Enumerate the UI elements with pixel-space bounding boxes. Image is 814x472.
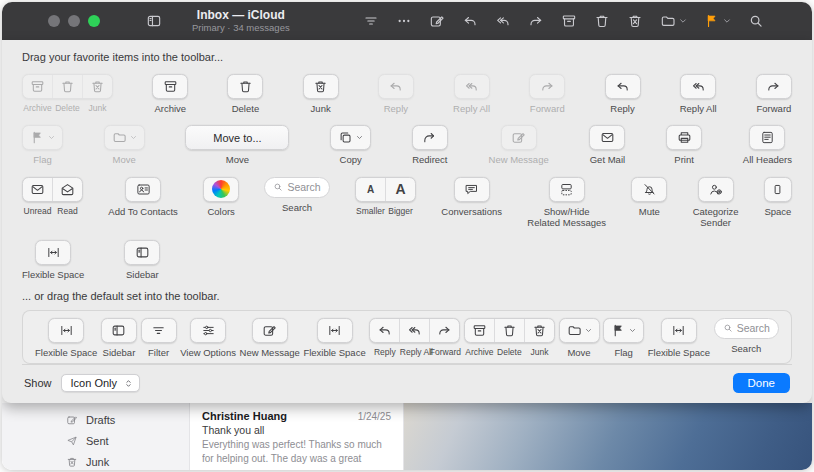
palette-item-conversations[interactable]: Conversations xyxy=(441,177,502,217)
related-messages-button[interactable] xyxy=(549,177,585,202)
add-to-contacts-button[interactable] xyxy=(125,177,161,202)
default-toolbar-set[interactable]: Flexible Space Sidebar Filter View Optio… xyxy=(22,310,792,364)
default-group-archive-delete-junk[interactable]: ArchiveDeleteJunk xyxy=(464,318,555,357)
palette-item-print[interactable]: Print xyxy=(666,125,702,165)
done-button[interactable]: Done xyxy=(733,373,791,393)
close-button[interactable] xyxy=(48,15,60,27)
flexible-space-button[interactable] xyxy=(35,240,71,265)
sidebar-item-sent[interactable]: Sent xyxy=(66,430,189,451)
sidebar-item-junk[interactable]: Junk xyxy=(66,451,189,470)
palette-item-all-headers[interactable]: All Headers xyxy=(743,125,792,165)
palette-item-delete[interactable]: Delete xyxy=(227,74,263,114)
message-row[interactable]: Christine Huang1/24/25 Thank you all Eve… xyxy=(190,408,403,469)
more-button[interactable] xyxy=(396,13,412,29)
view-options-button[interactable] xyxy=(190,318,226,343)
default-item-filter[interactable]: Filter xyxy=(141,318,177,358)
palette-item-junk[interactable]: Junk xyxy=(303,74,339,114)
reply-all-button[interactable] xyxy=(680,74,716,99)
get-mail-button[interactable] xyxy=(589,125,625,150)
default-item-flexible-space[interactable]: Flexible Space xyxy=(303,318,365,358)
palette-group-unread-read[interactable]: UnreadRead xyxy=(22,177,83,216)
move-button[interactable] xyxy=(559,318,600,343)
sidebar-button[interactable] xyxy=(124,240,160,265)
filter-button[interactable] xyxy=(363,13,379,29)
palette-item-get-mail[interactable]: Get Mail xyxy=(589,125,625,165)
palette-group-smaller-bigger[interactable]: AA SmallerBigger xyxy=(355,177,416,216)
palette-row-2: Flag Move Move to...Move Copy Redirect N… xyxy=(22,125,792,165)
default-item-new-message[interactable]: New Message xyxy=(240,318,300,358)
palette-item-add-to-contacts[interactable]: Add To Contacts xyxy=(108,177,178,217)
window-title: Inbox — iCloud xyxy=(192,8,290,22)
colors-button[interactable] xyxy=(203,177,239,202)
palette-item-redirect[interactable]: Redirect xyxy=(412,125,448,165)
default-item-search[interactable]: SearchSearch xyxy=(714,318,779,354)
search-field[interactable]: Search xyxy=(714,318,779,339)
new-message-button[interactable] xyxy=(429,13,445,29)
palette-item-reply[interactable]: Reply xyxy=(605,74,641,114)
default-item-view-options[interactable]: View Options xyxy=(180,318,236,358)
flag-button[interactable] xyxy=(603,318,644,343)
reply-group[interactable] xyxy=(369,318,460,343)
archive-button[interactable] xyxy=(561,13,577,29)
sidebar-item-drafts[interactable]: Drafts xyxy=(66,409,189,430)
palette-item-archive[interactable]: Archive xyxy=(152,74,188,114)
minimize-button[interactable] xyxy=(68,15,80,27)
flexible-space-button[interactable] xyxy=(661,318,697,343)
reply-all-button[interactable] xyxy=(495,13,511,29)
reply-button[interactable] xyxy=(605,74,641,99)
conversations-button[interactable] xyxy=(454,177,490,202)
sidebar-toggle-button[interactable] xyxy=(146,13,162,29)
palette-item-categorize-sender[interactable]: Categorize Sender xyxy=(693,177,739,229)
junk-button[interactable] xyxy=(627,13,643,29)
move-to-button[interactable]: Move to... xyxy=(185,125,289,150)
search-field[interactable]: Search xyxy=(264,177,329,198)
default-item-flag[interactable]: Flag xyxy=(603,318,644,358)
default-item-move[interactable]: Move xyxy=(559,318,600,358)
sidebar-icon xyxy=(111,323,126,338)
palette-item-forward[interactable]: Forward xyxy=(756,74,792,114)
palette-item-space[interactable]: Space xyxy=(764,177,792,217)
filter-button[interactable] xyxy=(141,318,177,343)
archive-button[interactable] xyxy=(152,74,188,99)
mute-button[interactable] xyxy=(631,177,667,202)
new-message-button[interactable] xyxy=(252,318,288,343)
categorize-sender-button[interactable] xyxy=(698,177,734,202)
forward-button[interactable] xyxy=(528,13,544,29)
palette-item-sidebar[interactable]: Sidebar xyxy=(124,240,160,280)
flexible-space-button[interactable] xyxy=(48,318,84,343)
move-menu-button[interactable] xyxy=(660,13,687,29)
zoom-button[interactable] xyxy=(88,15,100,27)
show-mode-select[interactable]: Icon Only xyxy=(61,374,140,392)
default-item-sidebar[interactable]: Sidebar xyxy=(101,318,137,358)
palette-item-mute[interactable]: Mute xyxy=(631,177,667,217)
palette-item-move-to[interactable]: Move to...Move xyxy=(185,125,289,165)
reply-button[interactable] xyxy=(462,13,478,29)
print-button[interactable] xyxy=(666,125,702,150)
junk-button[interactable] xyxy=(303,74,339,99)
palette-item-flexible-space[interactable]: Flexible Space xyxy=(22,240,84,280)
default-item-flexible-space[interactable]: Flexible Space xyxy=(648,318,710,358)
palette-item-colors[interactable]: Colors xyxy=(203,177,239,217)
delete-button[interactable] xyxy=(227,74,263,99)
search-button[interactable] xyxy=(748,13,764,29)
flexible-space-button[interactable] xyxy=(317,318,353,343)
palette-item-copy[interactable]: Copy xyxy=(330,125,371,165)
redirect-button[interactable] xyxy=(412,125,448,150)
flag-menu-button[interactable] xyxy=(704,13,731,29)
default-group-reply-replyall-forward[interactable]: ReplyReply AllForward xyxy=(369,318,460,357)
archive-delete-junk-group[interactable] xyxy=(464,318,555,343)
new-message-button xyxy=(501,125,537,150)
space-button[interactable] xyxy=(764,177,792,202)
sidebar-button[interactable] xyxy=(101,318,137,343)
chevron-down-icon xyxy=(723,17,731,25)
palette-item-search[interactable]: SearchSearch xyxy=(264,177,329,213)
all-headers-button[interactable] xyxy=(749,125,785,150)
palette-item-related-messages[interactable]: Show/Hide Related Messages xyxy=(527,177,606,229)
copy-button[interactable] xyxy=(330,125,371,150)
unread-read-group[interactable] xyxy=(22,177,83,202)
palette-item-reply-all[interactable]: Reply All xyxy=(680,74,717,114)
delete-button[interactable] xyxy=(594,13,610,29)
text-size-group[interactable]: AA xyxy=(355,177,416,202)
default-item-flexible-space[interactable]: Flexible Space xyxy=(35,318,97,358)
forward-button[interactable] xyxy=(756,74,792,99)
